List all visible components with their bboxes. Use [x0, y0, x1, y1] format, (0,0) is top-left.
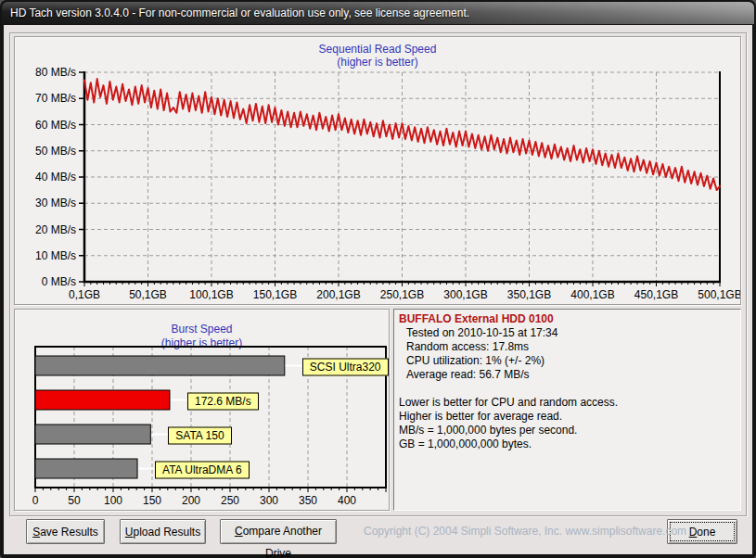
seq-y-tick-label: 10 MB/s	[35, 249, 76, 262]
copyright-text: Copyright (C) 2004 Simpli Software, Inc.…	[364, 519, 686, 544]
seq-y-tick-label: 20 MB/s	[35, 223, 76, 236]
compare-drive-button[interactable]: Compare Another Drive	[220, 519, 337, 544]
seq-y-tick-label: 40 MB/s	[35, 171, 76, 184]
seq-y-tick-label: 30 MB/s	[35, 197, 76, 209]
upload-results-button[interactable]: Upload Results	[120, 519, 206, 544]
burst-speed-chart: 050100150200250300350400	[15, 310, 389, 510]
drive-stat-line: Random access: 17.8ms	[399, 340, 735, 354]
title-bar[interactable]: HD Tach version 3.0.4.0 - For non-commer…	[2, 2, 754, 24]
seq-x-tick-label: 400,1GB	[570, 288, 614, 301]
burst-bar-label-ata-ultradma6: ATA UltraDMA 6	[155, 461, 250, 478]
sequential-read-chart: 0 MB/s10 MB/s20 MB/s30 MB/s40 MB/s50 MB/…	[15, 37, 740, 304]
burst-bar-label-tested-drive: 172.6 MB/s	[187, 392, 259, 410]
seq-x-tick-label: 250,1GB	[380, 288, 424, 301]
seq-x-tick-label: 500,1GB	[698, 288, 740, 301]
burst-x-tick-label: 400	[338, 494, 356, 507]
burst-speed-panel: Burst Speed (higher is better) 050100150…	[14, 309, 390, 511]
seq-x-tick-label: 350,1GB	[507, 288, 551, 301]
burst-x-tick-label: 250	[221, 494, 239, 507]
burst-bar-label-scsi-ultra320: SCSI Ultra320	[302, 358, 389, 375]
burst-bar-scsi-ultra320	[35, 356, 285, 375]
burst-x-tick-label: 300	[260, 494, 278, 507]
hdtach-window: HD Tach version 3.0.4.0 - For non-commer…	[0, 0, 756, 558]
seq-y-tick-label: 0 MB/s	[42, 275, 76, 288]
drive-info-panel: BUFFALO External HDD 0100 Tested on 2010…	[393, 309, 741, 511]
drive-stat-line: Tested on 2010-10-15 at 17:34	[399, 326, 735, 340]
burst-bar-ata-ultradma6	[35, 459, 137, 478]
save-results-button[interactable]: Save Results	[26, 519, 105, 544]
burst-bar-label-sata-150: SATA 150	[168, 426, 231, 444]
seq-y-tick-label: 80 MB/s	[35, 66, 76, 79]
seq-y-tick-label: 70 MB/s	[35, 92, 76, 105]
seq-x-tick-label: 0,1GB	[69, 288, 100, 301]
seq-y-tick-label: 50 MB/s	[35, 145, 76, 158]
burst-x-tick-label: 0	[32, 494, 39, 507]
burst-x-tick-label: 150	[143, 494, 161, 507]
burst-bar-sata-150	[35, 425, 150, 444]
info-note-line: Lower is better for CPU and random acces…	[399, 396, 735, 410]
info-note-line: Higher is better for average read.	[399, 410, 735, 424]
burst-x-tick-label: 350	[299, 494, 317, 507]
seq-x-tick-label: 300,1GB	[443, 288, 487, 301]
seq-x-tick-label: 100,1GB	[189, 288, 233, 301]
burst-bar-tested-drive	[35, 390, 170, 410]
seq-x-tick-label: 200,1GB	[316, 288, 360, 301]
seq-x-tick-label: 50,1GB	[129, 288, 167, 301]
burst-x-tick-label: 200	[182, 494, 200, 507]
seq-x-tick-label: 450,1GB	[634, 288, 678, 301]
sequential-read-line	[84, 79, 720, 190]
sequential-read-panel: Sequential Read Speed (higher is better)…	[14, 36, 741, 305]
drive-stat-line: CPU utilization: 1% (+/- 2%)	[399, 354, 735, 368]
burst-x-tick-label: 100	[104, 494, 122, 507]
seq-x-tick-label: 150,1GB	[253, 288, 297, 301]
info-note-line: MB/s = 1,000,000 bytes per second.	[399, 424, 735, 438]
seq-y-tick-label: 60 MB/s	[35, 119, 76, 132]
window-title: HD Tach version 3.0.4.0 - For non-commer…	[10, 6, 469, 19]
info-note-line: GB = 1,000,000,000 bytes.	[399, 438, 735, 451]
drive-name: BUFFALO External HDD 0100	[399, 312, 735, 326]
drive-stat-line: Average read: 56.7 MB/s	[399, 368, 735, 382]
burst-x-tick-label: 50	[68, 494, 81, 507]
